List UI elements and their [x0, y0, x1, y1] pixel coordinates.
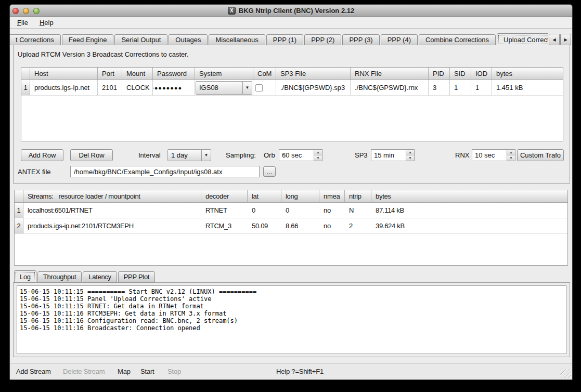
main-tab-bar: t Corrections Feed Engine Serial Output …: [10, 33, 548, 45]
stream-row[interactable]: 2 products.igs-ip.net:2101/RTCM3EPH RTCM…: [15, 218, 567, 234]
help-shortcut-text: Help ?=Shift+F1: [276, 368, 324, 375]
tab-scroll-left-button[interactable]: ◀: [549, 34, 560, 45]
header-system: System: [195, 68, 253, 80]
map-action[interactable]: Map: [118, 368, 131, 375]
upload-table-row: 1 products.igs-ip.net 2101 CLOCK ●●●●●●●…: [21, 80, 563, 96]
rnx-sampling-spinbox[interactable]: 10 sec ▲▼: [472, 149, 515, 161]
tab-ppp-4[interactable]: PPP (4): [381, 34, 418, 45]
header-sp3-file: SP3 File: [276, 68, 351, 80]
row-number: 2: [15, 218, 23, 234]
tab-log[interactable]: Log: [14, 270, 36, 283]
spin-down-icon[interactable]: ▼: [406, 155, 414, 161]
tab-combine-corrections[interactable]: Combine Corrections: [419, 34, 496, 45]
spin-up-icon[interactable]: ▲: [314, 150, 322, 155]
tab-throughput[interactable]: Throughput: [37, 271, 82, 282]
stream-bytes: 39.624 kB: [371, 218, 567, 234]
stream-lat: 50.09: [248, 218, 281, 234]
tab-scroll-right-button[interactable]: ▶: [560, 34, 571, 45]
spin-down-icon[interactable]: ▼: [507, 155, 515, 161]
header-host: Host: [30, 68, 98, 80]
menu-help[interactable]: Help: [37, 18, 56, 28]
sp3-label: SP3: [355, 151, 368, 159]
start-action[interactable]: Start: [140, 368, 154, 375]
header-port: Port: [98, 68, 122, 80]
stream-bytes: 87.114 kB: [371, 203, 567, 218]
title-bar[interactable]: X BKG Ntrip Client (BNC) Version 2.12: [10, 5, 572, 17]
tab-ppp-plot[interactable]: PPP Plot: [118, 271, 155, 282]
sid-cell[interactable]: 1: [450, 80, 471, 96]
host-cell[interactable]: products.igs-ip.net: [30, 80, 98, 96]
log-line: 15-06-15 10:11:16 Configuration read: BN…: [20, 317, 566, 324]
interval-label: Interval: [138, 151, 161, 159]
pid-cell[interactable]: 3: [429, 80, 450, 96]
tab-outages[interactable]: Outages: [169, 34, 208, 45]
spin-up-icon[interactable]: ▲: [507, 150, 515, 155]
spin-up-icon[interactable]: ▲: [406, 150, 414, 155]
spin-down-icon[interactable]: ▼: [314, 155, 322, 161]
row-number: 1: [21, 80, 30, 96]
log-line: 15-06-15 10:11:15 ========== Start BNC v…: [20, 288, 566, 295]
orb-sampling-spinbox[interactable]: 60 sec ▲▼: [279, 149, 322, 161]
system-combo-value: IGS08: [196, 84, 242, 92]
com-checkbox[interactable]: [255, 84, 263, 92]
custom-trafo-button[interactable]: Custom Trafo: [517, 149, 564, 161]
header-mount: Mount: [122, 68, 153, 80]
scroll-right-icon: ▶: [564, 37, 567, 42]
sp3-sampling-spinbox[interactable]: 15 min ▲▼: [371, 149, 415, 161]
header-pid: PID: [429, 68, 450, 80]
tab-miscellaneous[interactable]: Miscellaneous: [209, 34, 265, 45]
window-title: BKG Ntrip Client (BNC) Version 2.12: [239, 7, 354, 15]
system-combo[interactable]: IGS08 ▼: [196, 81, 252, 95]
antex-browse-button[interactable]: ...: [263, 166, 276, 177]
header-ntrip: ntrip: [345, 190, 371, 203]
log-text-area[interactable]: 15-06-15 10:11:15 ========== Start BNC v…: [17, 285, 566, 354]
tab-broadcast-corrections[interactable]: t Corrections: [10, 34, 61, 45]
stream-decoder: RTCM_3: [201, 218, 248, 234]
sp3-file-cell[interactable]: ./BNC${GPSWD}.sp3: [276, 80, 351, 96]
stream-nmea: no: [319, 218, 345, 234]
tab-ppp-1[interactable]: PPP (1): [266, 34, 303, 45]
combo-arrow-icon: ▼: [201, 150, 211, 161]
upload-corrections-pane: Upload RTCM Version 3 Broadcast Correcti…: [13, 45, 570, 184]
del-row-button[interactable]: Del Row: [70, 149, 113, 161]
menu-file[interactable]: File: [15, 18, 30, 28]
header-rownum: [15, 190, 23, 203]
stream-long: 8.66: [281, 218, 319, 234]
stream-row[interactable]: 1 localhost:6501/RTNET RTNET 0 0 no N 87…: [15, 203, 567, 218]
bottom-tab-bar: Log Throughput Latency PPP Plot: [14, 271, 156, 282]
tab-ppp-2[interactable]: PPP (2): [304, 34, 341, 45]
tab-ppp-3[interactable]: PPP (3): [342, 34, 379, 45]
interval-combo[interactable]: 1 day ▼: [167, 149, 211, 161]
password-cell[interactable]: ●●●●●●●●: [153, 80, 195, 96]
stream-decoder: RTNET: [201, 203, 248, 218]
sp3-sampling-value: 15 min: [371, 150, 406, 161]
upload-corrections-table: Host Port Mount Password System CoM SP3 …: [21, 67, 563, 141]
header-rownum: [21, 68, 30, 80]
iod-cell[interactable]: 1: [471, 80, 492, 96]
tab-upload-corrections[interactable]: Upload Corrections: [497, 33, 548, 45]
streams-header-row: Streams: resource loader / mountpoint de…: [15, 190, 567, 203]
port-cell[interactable]: 2101: [98, 80, 122, 96]
header-lat: lat: [248, 190, 281, 203]
mount-cell[interactable]: CLOCK: [122, 80, 153, 96]
orb-label: Orb: [264, 151, 275, 159]
header-decoder: decoder: [201, 190, 248, 203]
orb-sampling-value: 60 sec: [279, 150, 314, 161]
row-number: 1: [15, 203, 23, 218]
header-com: CoM: [253, 68, 276, 80]
resize-grip[interactable]: [560, 369, 571, 378]
tab-latency[interactable]: Latency: [83, 271, 117, 282]
add-stream-action[interactable]: Add Stream: [16, 368, 51, 375]
rnx-file-cell[interactable]: ./BNC${GPSWD}.rnx: [351, 80, 429, 96]
header-nmea: nmea: [319, 190, 345, 203]
tab-serial-output[interactable]: Serial Output: [114, 34, 167, 45]
tab-feed-engine[interactable]: Feed Engine: [62, 34, 114, 45]
add-row-button[interactable]: Add Row: [21, 149, 63, 161]
log-line: 15-06-15 10:11:16 Broadcaster: Connectio…: [20, 324, 566, 332]
antex-file-label: ANTEX file: [18, 168, 51, 176]
stop-action: Stop: [167, 368, 181, 375]
header-iod: IOD: [471, 68, 492, 80]
antex-file-input[interactable]: /home/bkg/BNC/Example_Configs/Input/igs0…: [70, 166, 260, 177]
bytes-cell: 1.451 kB: [492, 80, 563, 96]
header-rnx-file: RNX File: [351, 68, 429, 80]
